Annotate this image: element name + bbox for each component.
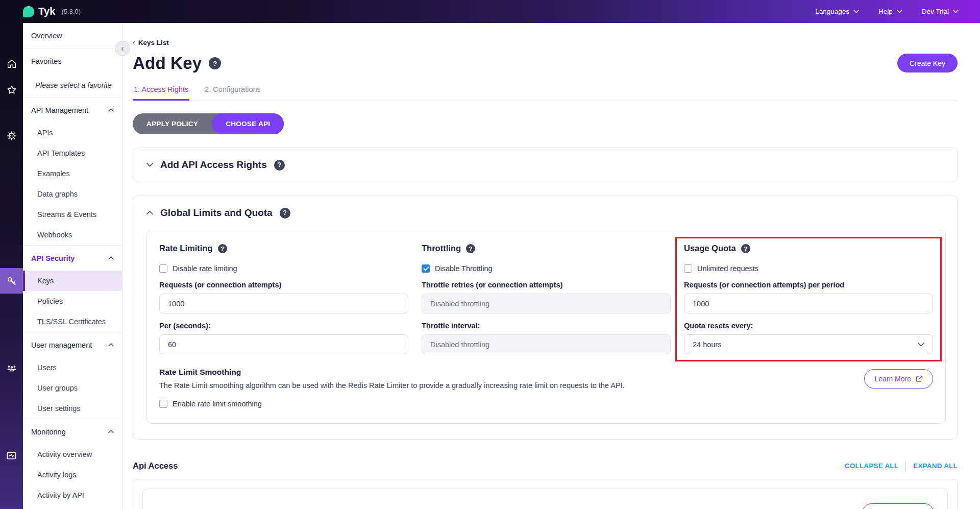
- quota-requests-input[interactable]: [684, 294, 933, 313]
- sidebar-item-tls-ssl-certificates[interactable]: TLS/SSL Certificates: [23, 311, 122, 332]
- topbar: Tyk (5.8.0) Languages Help Dev Trial: [0, 0, 980, 23]
- monitor-icon[interactable]: [0, 444, 23, 467]
- help-menu[interactable]: Help: [878, 8, 902, 15]
- sidebar-item-label: Webhooks: [37, 231, 72, 239]
- create-key-button[interactable]: Create Key: [897, 54, 958, 72]
- tyk-logo[interactable]: Tyk (5.8.0): [23, 6, 81, 17]
- add-api-access-rights-header[interactable]: Add API Access Rights ?: [133, 148, 957, 182]
- column-title: Rate Limiting: [159, 244, 213, 253]
- sidebar-item-streams-events[interactable]: Streams & Events: [23, 204, 122, 225]
- policy-api-toggle: APPLY POLICY CHOOSE API: [133, 113, 284, 134]
- chevron-down-icon: [918, 343, 924, 347]
- sidebar-item-data-graphs[interactable]: Data graphs: [23, 184, 122, 204]
- gear-icon[interactable]: [0, 124, 23, 148]
- key-icon[interactable]: [0, 268, 23, 294]
- learn-more-button[interactable]: Learn More: [864, 369, 933, 389]
- unlimited-requests-checkbox[interactable]: [684, 264, 692, 273]
- disable-throttling-row[interactable]: Disable Throttling: [422, 264, 671, 273]
- column-title: Throttling: [422, 244, 461, 253]
- help-icon[interactable]: ?: [741, 244, 750, 253]
- sidebar-item-label: Activity logs: [37, 471, 77, 479]
- help-icon[interactable]: ?: [209, 57, 221, 69]
- select-value: 24 hours: [693, 341, 721, 349]
- sidebar-section-user-management[interactable]: User management: [23, 332, 122, 357]
- chevron-up-icon: [108, 430, 114, 433]
- smoothing-title: Rate Limit Smoothing: [159, 368, 625, 377]
- help-icon[interactable]: ?: [466, 244, 475, 253]
- checkbox-label: Disable Throttling: [435, 264, 493, 273]
- choose-api-button[interactable]: CHOOSE API: [212, 113, 284, 134]
- tab-configurations[interactable]: 2. Configurations: [204, 81, 262, 101]
- expand-all-link[interactable]: EXPAND ALL: [913, 462, 958, 470]
- sidebar-item-label: Favorites: [31, 57, 62, 65]
- sidebar-item-user-groups[interactable]: User groups: [23, 378, 122, 398]
- throttling-column: Throttling ? Disable Throttling Throttle…: [422, 244, 671, 354]
- rate-requests-input[interactable]: [159, 294, 408, 313]
- sidebar-item-examples[interactable]: Examples: [23, 163, 122, 184]
- sidebar-section-monitoring[interactable]: Monitoring: [23, 419, 122, 444]
- sidebar-item-apis[interactable]: APIs: [23, 123, 122, 143]
- chevron-up-icon: [146, 211, 153, 215]
- sidebar-item-activity-overview[interactable]: Activity overview: [23, 444, 122, 465]
- unlimited-requests-row[interactable]: Unlimited requests: [684, 264, 933, 273]
- sidebar-item-activity-by-api[interactable]: Activity by API: [23, 485, 122, 505]
- tyk-logo-text: Tyk: [38, 6, 56, 17]
- collapse-all-link[interactable]: COLLAPSE ALL: [845, 462, 898, 470]
- sidebar-item-label: APIs: [37, 129, 53, 137]
- sidebar-item-label: Streams & Events: [37, 210, 96, 219]
- quota-resets-select[interactable]: 24 hours: [684, 334, 933, 354]
- sidebar-collapse-button[interactable]: ‹: [115, 41, 130, 56]
- sidebar-item-api-templates[interactable]: API Templates: [23, 143, 122, 163]
- sidebar-item-user-settings[interactable]: User settings: [23, 398, 122, 419]
- users-icon[interactable]: [0, 356, 23, 380]
- sidebar-section-api-security[interactable]: API Security: [23, 246, 122, 271]
- sidebar-item-activity-logs[interactable]: Activity logs: [23, 465, 122, 485]
- smoothing-text-block: Rate Limit Smoothing The Rate Limit smoo…: [159, 368, 625, 390]
- field-label: Throttle retries (or connection attempts…: [422, 281, 671, 289]
- help-icon[interactable]: ?: [280, 208, 290, 219]
- enable-smoothing-checkbox[interactable]: [159, 400, 167, 408]
- remove-access-button[interactable]: Remove Access: [862, 503, 934, 509]
- breadcrumb[interactable]: ‹ Keys List: [133, 38, 958, 46]
- disable-rate-limiting-row[interactable]: Disable rate limiting: [159, 264, 408, 273]
- dev-trial-menu[interactable]: Dev Trial: [922, 8, 959, 15]
- sidebar-item-users[interactable]: Users: [23, 357, 122, 378]
- tab-access-rights[interactable]: 1. Access Rights: [133, 81, 189, 101]
- languages-menu[interactable]: Languages: [815, 8, 859, 15]
- version-label: (5.8.0): [62, 8, 81, 15]
- breadcrumb-label: Keys List: [138, 39, 169, 46]
- disable-rate-limiting-checkbox[interactable]: [159, 264, 167, 273]
- rate-per-seconds-input[interactable]: [159, 334, 408, 354]
- sidebar-section-api-management[interactable]: API Management: [23, 98, 122, 123]
- sidebar-item-label: API Templates: [37, 149, 85, 157]
- chevron-up-icon: [108, 256, 114, 260]
- enable-smoothing-row[interactable]: Enable rate limit smoothing: [159, 400, 933, 408]
- sidebar-item-favorites[interactable]: Favorites: [23, 49, 122, 74]
- help-menu-label: Help: [878, 8, 893, 15]
- home-icon[interactable]: [0, 52, 23, 76]
- sidebar-item-overview[interactable]: Overview: [23, 23, 122, 48]
- chevron-up-icon: [108, 108, 114, 112]
- disable-throttling-checkbox[interactable]: [422, 264, 430, 273]
- divider: [905, 462, 906, 471]
- star-icon[interactable]: [0, 78, 23, 102]
- add-api-access-rights-card: Add API Access Rights ?: [133, 148, 958, 182]
- field-label: Requests (or connection attempts): [159, 281, 408, 289]
- sidebar-item-label: Activity by API: [37, 491, 84, 499]
- help-icon[interactable]: ?: [274, 160, 285, 171]
- global-limits-card: Global Limits and Quota ? Rate Limiting …: [133, 196, 958, 440]
- help-icon[interactable]: ?: [218, 244, 227, 253]
- section-title: Global Limits and Quota: [160, 207, 273, 219]
- learn-more-label: Learn More: [874, 375, 911, 383]
- checkbox-label: Disable rate limiting: [173, 264, 237, 273]
- apply-policy-button[interactable]: APPLY POLICY: [133, 113, 212, 134]
- smoothing-description: The Rate Limit smoothing algorithm can b…: [159, 381, 625, 390]
- sidebar-item-keys[interactable]: Keys: [23, 271, 122, 291]
- sidebar-item-webhooks[interactable]: Webhooks: [23, 225, 122, 245]
- throttle-interval-input: [422, 334, 671, 354]
- throttle-retries-input: [422, 294, 671, 313]
- sidebar-section-label: API Security: [31, 254, 75, 262]
- global-limits-header[interactable]: Global Limits and Quota ?: [133, 196, 957, 230]
- sidebar-item-policies[interactable]: Policies: [23, 291, 122, 311]
- chevron-down-icon: [853, 10, 859, 13]
